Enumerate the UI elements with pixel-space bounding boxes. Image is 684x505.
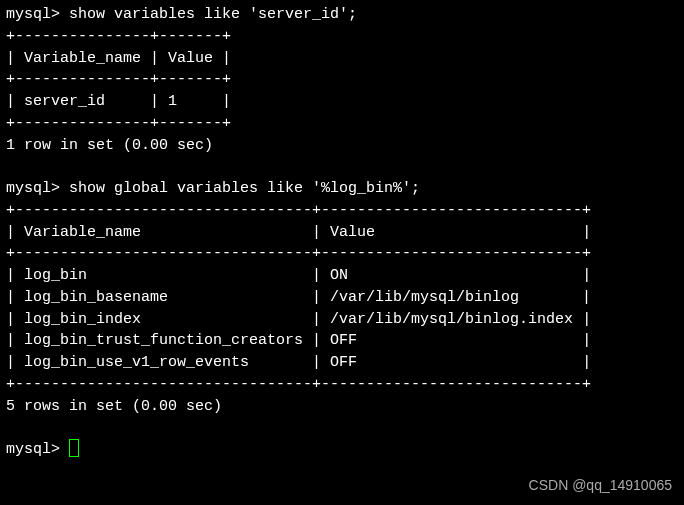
cell-variable-name: log_bin [24,267,87,284]
table2-border: +---------------------------------+-----… [6,376,591,393]
cell-variable-name: log_bin_index [24,311,141,328]
cell-variable-name: log_bin_trust_function_creators [24,332,303,349]
watermark: CSDN @qq_14910065 [529,475,672,495]
table1-border: +---------------+-------+ [6,115,231,132]
sql-query-1: show variables like 'server_id'; [69,6,357,23]
table2-border: +---------------------------------+-----… [6,245,591,262]
sql-query-2: show global variables like '%log_bin%'; [69,180,420,197]
cell-value: OFF [330,332,357,349]
table2-header-col2: Value [330,224,375,241]
table1-header: | Variable_name | Value | [6,50,231,67]
cursor-icon[interactable] [69,439,79,457]
terminal-output: mysql> show variables like 'server_id'; … [0,0,684,505]
mysql-prompt: mysql> [6,180,60,197]
table1-row: | server_id | 1 | [6,93,231,110]
cell-value: ON [330,267,348,284]
mysql-prompt: mysql> [6,441,60,458]
cell-value: OFF [330,354,357,371]
cell-variable-name: log_bin_use_v1_row_events [24,354,249,371]
result-footer-1: 1 row in set (0.00 sec) [6,137,213,154]
mysql-prompt: mysql> [6,6,60,23]
cell-variable-name: log_bin_basename [24,289,168,306]
cell-variable-name: server_id [24,93,105,110]
cell-value: /var/lib/mysql/binlog [330,289,519,306]
cell-value: /var/lib/mysql/binlog.index [330,311,573,328]
result-footer-2: 5 rows in set (0.00 sec) [6,398,222,415]
table2-header-col1: Variable_name [24,224,141,241]
table2-border: +---------------------------------+-----… [6,202,591,219]
table1-border: +---------------+-------+ [6,71,231,88]
cell-value: 1 [168,93,177,110]
table1-border: +---------------+-------+ [6,28,231,45]
